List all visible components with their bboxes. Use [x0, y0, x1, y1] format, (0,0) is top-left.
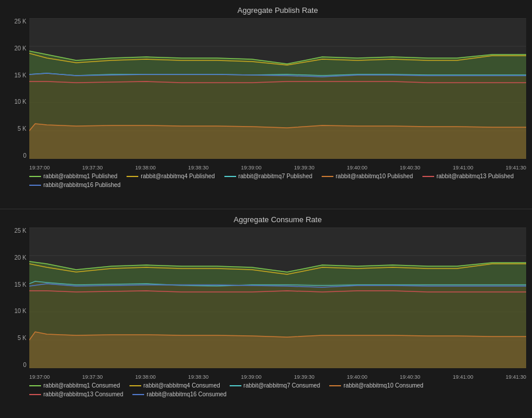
legend-line-mq1-con: [29, 385, 41, 386]
publish-rate-svg: [29, 18, 526, 159]
consume-rate-svg: [29, 227, 526, 368]
legend-line-mq16-pub: [29, 185, 41, 186]
consume-rate-area: 25 K 20 K 15 K 10 K 5 K 0: [29, 227, 526, 368]
consume-y-axis: 25 K 20 K 15 K 10 K 5 K 0: [3, 227, 26, 368]
legend-item-mq10-pub: rabbit@rabbitmq10 Published: [322, 173, 413, 179]
publish-rate-chart: Aggregate Publish Rate 25 K 20 K 15 K 10…: [0, 0, 532, 209]
publish-rate-title: Aggregate Publish Rate: [29, 6, 526, 15]
legend-item-mq16-con: rabbit@rabbitmq16 Consumed: [132, 391, 226, 397]
legend-line-mq13-pub: [422, 176, 434, 177]
page-wrapper: Aggregate Publish Rate 25 K 20 K 15 K 10…: [0, 0, 532, 418]
publish-legend: rabbit@rabbitmq1 Published rabbit@rabbit…: [29, 173, 526, 188]
legend-line-mq7-pub: [224, 176, 236, 177]
legend-item-mq16-pub: rabbit@rabbitmq16 Published: [29, 182, 121, 188]
legend-line-mq4-con: [129, 385, 141, 386]
legend-line-mq13-con: [29, 394, 41, 395]
legend-line-mq10-con: [329, 385, 341, 386]
svg-marker-8: [29, 124, 526, 159]
consume-rate-chart: Aggregate Consume Rate 25 K 20 K 15 K 10…: [0, 209, 532, 418]
consume-legend: rabbit@rabbitmq1 Consumed rabbit@rabbitm…: [29, 382, 526, 397]
legend-item-mq13-pub: rabbit@rabbitmq13 Published: [422, 173, 514, 179]
svg-marker-17: [29, 332, 526, 368]
publish-y-axis: 25 K 20 K 15 K 10 K 5 K 0: [3, 18, 26, 159]
publish-x-axis: 19:37:00 19:37:30 19:38:00 19:38:30 19:3…: [29, 165, 526, 171]
legend-line-mq1-pub: [29, 176, 41, 177]
legend-item-mq1-pub: rabbit@rabbitmq1 Published: [29, 173, 117, 179]
legend-item-mq7-pub: rabbit@rabbitmq7 Published: [224, 173, 312, 179]
legend-item-mq13-con: rabbit@rabbitmq13 Consumed: [29, 391, 123, 397]
consume-rate-title: Aggregate Consume Rate: [29, 215, 526, 224]
legend-item-mq10-con: rabbit@rabbitmq10 Consumed: [329, 382, 423, 389]
legend-item-mq4-pub: rabbit@rabbitmq4 Published: [127, 173, 214, 179]
publish-rate-area: 25 K 20 K 15 K 10 K 5 K 0: [29, 18, 526, 159]
legend-line-mq7-con: [230, 385, 241, 386]
legend-line-mq10-pub: [322, 176, 333, 177]
consume-x-axis: 19:37:00 19:37:30 19:38:00 19:38:30 19:3…: [29, 374, 526, 380]
legend-line-mq4-pub: [127, 176, 138, 177]
legend-line-mq16-con: [132, 394, 144, 395]
legend-item-mq1-con: rabbit@rabbitmq1 Consumed: [29, 382, 120, 389]
legend-item-mq4-con: rabbit@rabbitmq4 Consumed: [129, 382, 220, 389]
legend-item-mq7-con: rabbit@rabbitmq7 Consumed: [230, 382, 320, 389]
